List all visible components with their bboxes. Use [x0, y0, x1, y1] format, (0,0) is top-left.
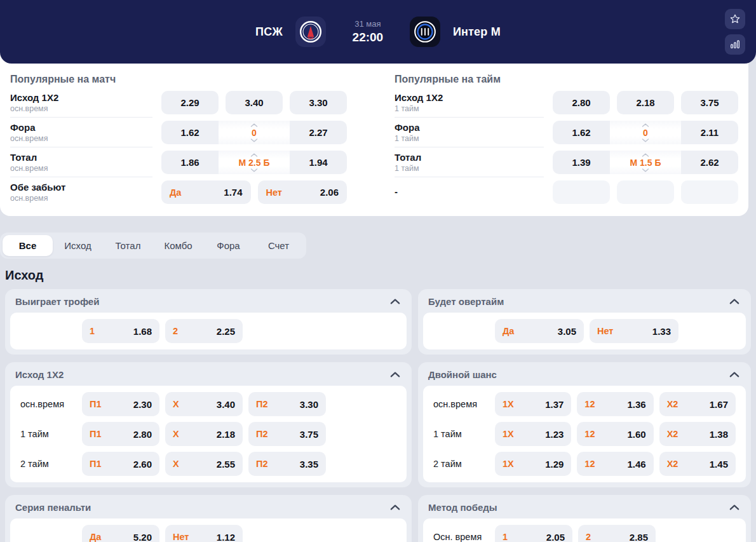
odds-button[interactable]: 2.80 — [553, 91, 610, 114]
market-name: Исход 1X2 — [10, 92, 152, 103]
row-label: 1 тайм — [20, 429, 76, 439]
market-name: Фора — [10, 122, 152, 133]
odds-button[interactable]: X2.55 — [165, 452, 243, 476]
market-name: Тотал — [395, 152, 544, 163]
odds-button[interactable]: Нет 2.06 — [258, 180, 348, 204]
line-selector[interactable]: М 2.5 Б — [219, 151, 290, 174]
odds-button[interactable]: 3.75 — [681, 91, 738, 114]
collapse-button[interactable] — [389, 503, 402, 512]
section-heading: Исход — [5, 268, 756, 283]
odds-button[interactable]: 121.36 — [577, 392, 653, 416]
popular-match-column: Популярные на матч Исход 1X2 осн.время 2… — [10, 74, 347, 207]
odds-button[interactable]: X2.18 — [165, 422, 243, 446]
odds-button[interactable]: П12.30 — [82, 392, 159, 416]
card-title: Исход 1X2 — [15, 369, 64, 380]
odds-button[interactable]: 1.39 — [553, 151, 610, 174]
chevron-up-icon — [390, 505, 400, 510]
market-period: 1 тайм — [395, 164, 544, 173]
odds-button-empty — [681, 180, 738, 204]
market-row-1x2: Исход 1X2 осн.время 2.29 3.40 3.30 — [10, 88, 347, 118]
odds-button[interactable]: П23.30 — [248, 392, 326, 416]
favorite-button[interactable] — [725, 9, 745, 29]
odds-button[interactable]: 1.86 — [161, 151, 219, 174]
odds-button[interactable]: П23.75 — [248, 422, 326, 446]
odds-button[interactable]: Да5.20 — [82, 525, 159, 542]
collapse-button[interactable] — [389, 297, 402, 306]
row-label: 2 тайм — [20, 459, 76, 469]
odds-button[interactable]: X21.45 — [659, 452, 736, 476]
card-overtime: Будет овертайм Да3.05 Нет1.33 — [418, 289, 751, 355]
market-row-btts: Обе забьют осн.время Да 1.74 Нет 2.06 — [10, 177, 347, 207]
odds-button[interactable]: 1X1.37 — [495, 392, 571, 416]
odds-button[interactable]: 2 2.25 — [165, 319, 243, 343]
odds-button[interactable]: 2.27 — [290, 121, 347, 144]
chevron-up-icon — [250, 123, 258, 127]
odds-button[interactable]: П12.80 — [82, 422, 159, 446]
collapse-button[interactable] — [389, 370, 402, 379]
odds-button[interactable]: 2.11 — [681, 121, 738, 144]
popular-match-title: Популярные на матч — [10, 74, 347, 85]
market-row-1x2: Исход 1X2 1 тайм 2.80 2.18 3.75 — [395, 88, 738, 118]
tab-total[interactable]: Тотал — [103, 235, 153, 256]
row-label: Осн. время — [433, 532, 489, 542]
market-period: осн.время — [10, 194, 152, 203]
odds-button[interactable]: Нет1.12 — [165, 525, 243, 542]
card-double-chance: Двойной шанс осн.время 1X1.37 121.36 X21… — [418, 362, 751, 487]
collapse-button[interactable] — [728, 297, 741, 306]
chevron-up-icon — [642, 153, 649, 157]
popular-markets-panel: Популярные на матч Исход 1X2 осн.время 2… — [0, 52, 748, 216]
market-name: Обе забьют — [10, 182, 152, 193]
odds-button[interactable]: X21.38 — [659, 422, 736, 446]
odds-button[interactable]: 1.62 — [161, 121, 219, 144]
odds-button[interactable]: 1.62 — [553, 121, 610, 144]
market-name: Фора — [395, 122, 544, 133]
card-title: Выиграет трофей — [15, 296, 99, 307]
odds-button[interactable]: X3.40 — [165, 392, 243, 416]
odds-button[interactable]: 2.29 — [161, 91, 219, 114]
popular-half-column: Популярные на тайм Исход 1X2 1 тайм 2.80… — [395, 74, 738, 207]
odds-button[interactable]: Да3.05 — [495, 319, 584, 343]
collapse-button[interactable] — [728, 503, 741, 512]
odds-button[interactable]: 22.85 — [578, 525, 656, 542]
odds-button[interactable]: 1 1.68 — [82, 319, 159, 343]
match-datetime: 31 мая 22:00 — [339, 19, 397, 44]
match-date: 31 мая — [339, 19, 397, 29]
tab-all[interactable]: Все — [3, 235, 53, 256]
card-win-method: Метод победы Осн. время 12.05 22.85 — [418, 495, 751, 542]
odds-button[interactable]: 1X1.23 — [495, 422, 571, 446]
chevron-down-icon — [250, 168, 258, 172]
odds-button[interactable]: 2.18 — [617, 91, 674, 114]
odds-button[interactable]: 2.62 — [681, 151, 738, 174]
odds-button[interactable]: 3.40 — [226, 91, 283, 114]
odds-button[interactable]: 3.30 — [290, 91, 347, 114]
team1-name: ПСЖ — [255, 25, 283, 39]
market-name: Тотал — [10, 152, 152, 163]
odds-button[interactable]: П23.35 — [248, 452, 326, 476]
odds-button[interactable]: П12.60 — [82, 452, 159, 476]
odds-button[interactable]: 12.05 — [495, 525, 572, 542]
market-filter-tabs: Все Исход Тотал Комбо Фора Счет — [0, 233, 306, 259]
row-label: осн.время — [433, 399, 489, 409]
odds-button[interactable]: Да 1.74 — [161, 180, 251, 204]
collapse-button[interactable] — [728, 370, 741, 379]
tab-combo[interactable]: Комбо — [153, 235, 203, 256]
tab-handicap[interactable]: Фора — [203, 235, 253, 256]
card-title: Метод победы — [428, 502, 497, 513]
odds-button[interactable]: Нет1.33 — [590, 319, 678, 343]
odds-button[interactable]: 121.60 — [577, 422, 653, 446]
odds-button[interactable]: X21.67 — [659, 392, 736, 416]
tab-outcome[interactable]: Исход — [53, 235, 103, 256]
odds-button[interactable]: 1X1.29 — [495, 452, 571, 476]
chevron-up-icon — [390, 372, 400, 377]
tab-score[interactable]: Счет — [253, 235, 304, 256]
odds-button[interactable]: 1.94 — [290, 151, 347, 174]
markets-cards-grid: Выиграет трофей 1 1.68 2 2.25 — [5, 289, 751, 542]
stats-button[interactable] — [725, 34, 745, 55]
match-time: 22:00 — [339, 30, 397, 44]
line-selector[interactable]: 0 — [610, 121, 681, 144]
match-header: ПСЖ 31 мая 22:00 Интер М — [0, 0, 756, 64]
line-selector[interactable]: 0 — [219, 121, 290, 144]
line-selector[interactable]: М 1.5 Б — [610, 151, 681, 174]
odds-button[interactable]: 121.46 — [577, 452, 653, 476]
odds-button-empty — [617, 180, 674, 204]
